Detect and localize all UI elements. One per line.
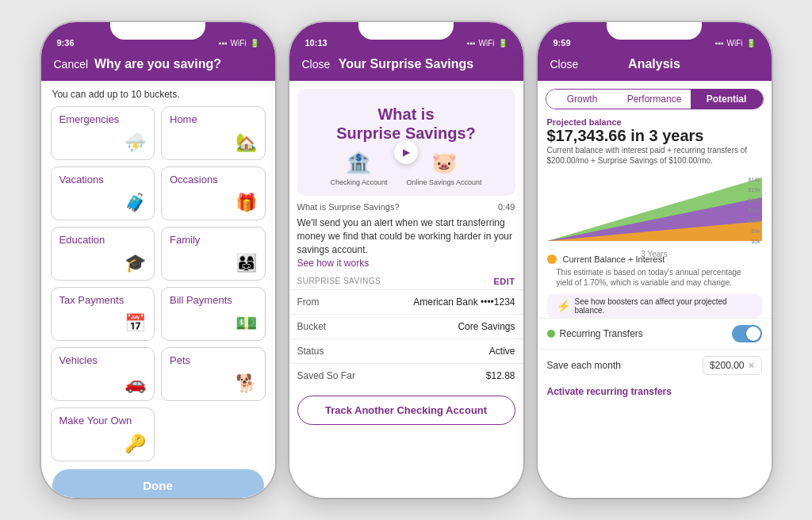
save-each-month-row: Save each month $200.00 ✕ [538, 349, 772, 381]
status-value: Active [489, 346, 515, 357]
bucket-vehicles[interactable]: Vehicles 🚗 [51, 347, 155, 401]
battery-icon-3: 🔋 [746, 39, 756, 48]
chart-svg: $18k $16k $14k $12k $10k $8k $6k [547, 174, 762, 245]
subtitle-1: You can add up to 10 buckets. [41, 81, 275, 106]
screen-2: What isSurprise Savings? 🏦 Checking Acco… [289, 81, 523, 498]
description: We'll send you an alert when we start tr… [289, 213, 523, 256]
bucket-make-your-own[interactable]: Make Your Own 🔑 [51, 407, 155, 461]
projected-sub: Current balance with interest paid + rec… [547, 145, 762, 166]
status-icons-3: ▪▪▪ WiFi 🔋 [715, 39, 756, 48]
recurring-label-row: Recurring Transfers [547, 328, 643, 339]
tab-performance[interactable]: Performance [619, 90, 691, 109]
phone-2: 10:13 ▪▪▪ WiFi 🔋 Close Your Surprise Sav… [289, 22, 523, 498]
done-button[interactable]: Done [52, 469, 264, 498]
amount-input[interactable]: $200.00 ✕ [703, 356, 761, 375]
status-icons-1: ▪▪▪ WiFi 🔋 [219, 39, 259, 48]
phone-notch-2 [358, 22, 454, 40]
battery-icon: 🔋 [250, 39, 259, 48]
section-header-label: SURPRISE SAVINGS [297, 277, 381, 286]
bucket-icon-tax: 📅 [124, 313, 146, 334]
header-title-2: Your Surprise Savings [339, 57, 473, 71]
recurring-toggle[interactable] [732, 325, 762, 342]
play-button[interactable]: ▶ [394, 140, 418, 164]
bucket-icon-education: 🎓 [124, 253, 146, 273]
activate-link[interactable]: Activate recurring transfers [538, 381, 772, 402]
bucket-icon-emergencies: ⛈️ [124, 132, 146, 153]
track-button[interactable]: Track Another Checking Account [297, 396, 515, 425]
bucket-pets[interactable]: Pets 🐕 [161, 347, 266, 401]
bucket-vacations[interactable]: Vacations 🧳 [51, 166, 155, 220]
bucket-occasions[interactable]: Occasions 🎁 [161, 166, 266, 220]
bucket-label-vacations: Vacations [59, 174, 147, 185]
bucket-icon-bill: 💵 [236, 313, 257, 334]
savings-icon: 🐷 [431, 151, 457, 175]
bucket-label-occasions: Occasions [170, 174, 257, 185]
boost-row: ⚡ See how boosters can affect your proje… [547, 294, 762, 318]
header-1: Cancel Why are you saving? [41, 51, 275, 81]
tab-growth[interactable]: Growth [546, 90, 619, 109]
status-icons-2: ▪▪▪ WiFi 🔋 [467, 39, 508, 48]
clear-icon[interactable]: ✕ [748, 361, 755, 371]
bucket-label-family: Family [170, 234, 257, 246]
video-banner: What isSurprise Savings? 🏦 Checking Acco… [297, 89, 515, 196]
y-label-8k: $8k [751, 228, 760, 235]
bucket-tax-payments[interactable]: Tax Payments 📅 [51, 287, 155, 341]
edit-link[interactable]: EDIT [493, 277, 515, 286]
bucket-education[interactable]: Education 🎓 [51, 227, 155, 281]
saved-label: Saved So Far [297, 370, 355, 381]
duration-label: What is Surprise Savings? [297, 202, 400, 212]
legend-sub: This estimate is based on today's annual… [547, 267, 762, 291]
wifi-icon-3: WiFi [727, 39, 743, 48]
p2-row-saved: Saved So Far $12.88 [289, 363, 523, 388]
y-label-12k: $12k [748, 208, 760, 214]
see-how-link[interactable]: See how it works [289, 256, 523, 269]
bucket-label-vehicles: Vehicles [59, 354, 147, 366]
savings-icon-block: 🐷 Online Savings Account [406, 151, 481, 186]
bucket-grid-extra: Make Your Own 🔑 [41, 401, 275, 461]
header-title-1: Why are you saving? [94, 57, 221, 71]
bucket-emergencies[interactable]: Emergencies ⛈️ [51, 106, 155, 160]
bucket-icon-vehicles: 🚗 [124, 373, 146, 394]
bucket-icon-family: 👨‍👩‍👧 [236, 253, 257, 273]
amount-value: $200.00 [710, 360, 744, 371]
bucket-grid: Emergencies ⛈️ Home 🏡 Vacations 🧳 Occasi… [41, 106, 275, 401]
bucket-icon-own: 🔑 [124, 434, 146, 454]
phone-notch-3 [607, 22, 702, 40]
banner-icons: 🏦 Checking Account ▶ 🐷 Online Savings Ac… [330, 151, 481, 186]
projected-value: $17,343.66 in 3 years [547, 127, 762, 145]
close-button-3[interactable]: Close [550, 58, 579, 71]
cancel-button[interactable]: Cancel [54, 58, 89, 71]
bucket-icon-vacations: 🧳 [124, 193, 146, 213]
close-button-2[interactable]: Close [302, 58, 331, 71]
bucket-family[interactable]: Family 👨‍👩‍👧 [161, 227, 266, 281]
bucket-value: Core Savings [458, 321, 515, 332]
signal-icon-3: ▪▪▪ [715, 39, 724, 48]
projected-section: Projected balance $17,343.66 in 3 years … [538, 109, 772, 169]
header-2: Close Your Surprise Savings [289, 51, 523, 81]
y-label-6k: $6k [751, 239, 760, 245]
duration-row: What is Surprise Savings? 0:49 [289, 196, 523, 213]
tab-potential[interactable]: Potential [691, 90, 763, 109]
status-time-1: 9:36 [57, 38, 75, 48]
section-header: SURPRISE SAVINGS EDIT [289, 269, 523, 289]
lightning-icon: ⚡ [557, 300, 570, 312]
banner-title: What isSurprise Savings? [336, 105, 476, 143]
years-label: 3 Years [547, 250, 762, 258]
chart: $18k $16k $14k $12k $10k $8k $6k 3 Years [547, 174, 762, 245]
checking-icon: 🏦 [346, 151, 371, 175]
p2-row-bucket: Bucket Core Savings [289, 314, 523, 338]
from-value: American Bank ••••1234 [413, 296, 515, 308]
bucket-icon-home: 🏡 [236, 132, 257, 153]
bucket-label-emergencies: Emergencies [59, 113, 147, 125]
bucket-label-p2: Bucket [297, 321, 327, 332]
savings-label: Online Savings Account [406, 178, 481, 186]
bucket-home[interactable]: Home 🏡 [161, 106, 266, 160]
bucket-label-tax: Tax Payments [59, 294, 147, 306]
y-label-16k: $16k [748, 187, 760, 193]
bucket-bill-payments[interactable]: Bill Payments 💵 [161, 287, 266, 341]
wifi-icon: WiFi [231, 39, 247, 48]
wifi-icon-2: WiFi [479, 39, 495, 48]
bucket-icon-occasions: 🎁 [236, 193, 257, 213]
status-time-3: 9:59 [553, 38, 571, 48]
bucket-icon-pets: 🐕 [236, 373, 257, 394]
